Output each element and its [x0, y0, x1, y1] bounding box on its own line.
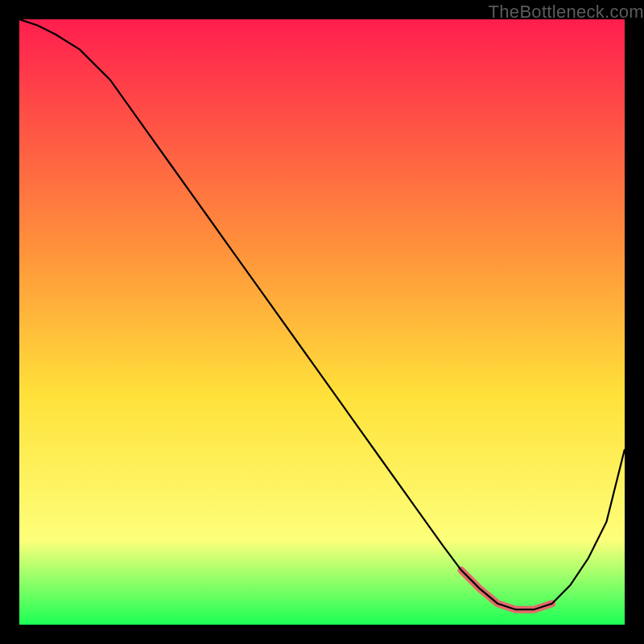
- chart-frame: [19, 19, 625, 625]
- gradient-background: [19, 19, 625, 625]
- bottleneck-chart: [19, 19, 625, 625]
- watermark-text: TheBottleneck.com: [489, 2, 644, 23]
